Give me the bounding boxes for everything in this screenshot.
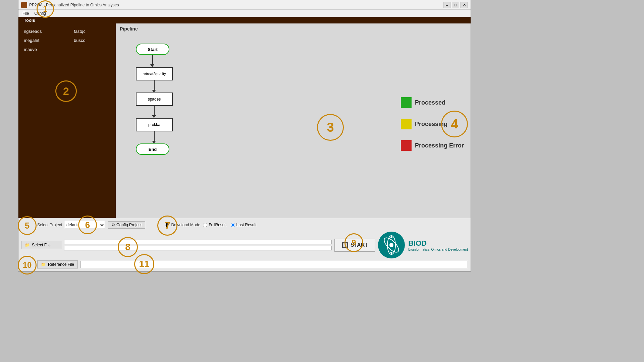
file-inputs-wrap: 8 (64, 240, 332, 250)
node-end[interactable]: End (136, 143, 169, 155)
tool-mauve[interactable]: mauve (24, 47, 60, 52)
svg-point-4 (390, 236, 392, 238)
legend-processed: Processed (401, 97, 464, 108)
arrowhead-3 (152, 115, 156, 118)
select-project-label: Select Project (37, 223, 62, 227)
minimize-button[interactable]: – (443, 2, 450, 8)
window-title: PP2OA - Personalized Pipeline to Omics A… (29, 3, 443, 7)
menubar: File Config (18, 10, 471, 17)
badge-5: 5 (18, 216, 37, 235)
download-wrap: 7 ⬇ Download Mode (164, 221, 200, 229)
biod-logo: BIOD Bioinformatics, Omics and Developme… (378, 232, 468, 258)
node-prokka[interactable]: prokka (136, 118, 173, 131)
titlebar: 1 PP2OA - Personalized Pipeline to Omics… (18, 0, 471, 10)
arrow-3 (154, 106, 155, 115)
file-input-2[interactable] (64, 246, 332, 250)
tools-header: Tools (18, 17, 471, 23)
window-controls: – □ ✕ (443, 2, 468, 8)
start-label: START (351, 242, 368, 248)
legend-processing-error-box (401, 140, 412, 151)
lastresult-option[interactable]: Last Result (231, 223, 257, 227)
tool-megahit[interactable]: megahit (24, 38, 60, 43)
project-select[interactable]: default (65, 221, 105, 229)
config-project-button[interactable]: ⚙ Config Project (108, 221, 145, 229)
sidebar: ngsreads fastqc megahit busco mauve 2 (18, 23, 116, 218)
tool-fastqc[interactable]: fastqc (74, 29, 110, 34)
select-file-button[interactable]: 📁 Select File (21, 241, 61, 249)
badge-10: 10 (18, 256, 37, 274)
arrow-2 (154, 80, 155, 90)
fullresult-option[interactable]: FullResult (203, 223, 226, 227)
reference-file-input[interactable] (80, 261, 468, 268)
legend-processing-box (401, 119, 412, 129)
lastresult-label: Last Result (236, 223, 257, 227)
menu-config[interactable]: Config (32, 10, 49, 16)
legend-processed-box (401, 97, 412, 108)
legend-processing-error: Processing Error (401, 140, 464, 151)
biod-circle (378, 232, 405, 258)
tools-label: Tools (21, 17, 38, 23)
svg-point-3 (389, 243, 393, 247)
biod-svg (380, 233, 403, 257)
badge-3: 3 (317, 114, 344, 141)
reference-file-label: Reference File (48, 262, 74, 267)
biod-title: BIOD (408, 239, 468, 248)
app-icon: 1 (21, 2, 27, 8)
biod-subtitle: Bioinformatics, Omics and Development (408, 248, 468, 251)
config-project-label: Config Project (116, 223, 142, 227)
download-icon: ⬇ (164, 221, 170, 229)
svg-point-5 (390, 252, 392, 254)
pipeline-canvas: Start retreat2quality spades prokka (136, 44, 173, 155)
arrow-4 (154, 131, 155, 141)
pipeline-label: Pipeline (120, 26, 138, 32)
tool-busco[interactable]: busco (74, 38, 110, 43)
badge-4: 4 (441, 111, 468, 137)
folder-ref-icon: 📁 (41, 262, 46, 267)
tools-grid: ngsreads fastqc megahit busco mauve (24, 29, 110, 52)
legend-processing-error-label: Processing Error (415, 142, 464, 149)
main-content: ngsreads fastqc megahit busco mauve 2 Pi… (18, 23, 471, 218)
start-icon: 🔲 (342, 242, 348, 248)
folder-icon: 📁 (25, 243, 30, 247)
lastresult-radio[interactable] (231, 223, 235, 227)
node-spades[interactable]: spades (136, 93, 173, 106)
bottom-row2: 📁 Select File 8 9 🔲 START (21, 232, 468, 258)
file-input-1[interactable] (64, 240, 332, 244)
biod-text-wrap: BIOD Bioinformatics, Omics and Developme… (408, 239, 468, 251)
fullresult-radio[interactable] (203, 223, 207, 227)
fullresult-label: FullResult (209, 223, 226, 227)
start-button[interactable]: 🔲 START (334, 239, 375, 252)
reference-file-button[interactable]: 📁 Reference File (37, 260, 78, 268)
gear-icon: ⚙ (111, 223, 115, 227)
radio-group: FullResult Last Result (203, 223, 256, 227)
badge-2: 2 (55, 80, 77, 102)
node-start[interactable]: Start (136, 44, 169, 55)
start-wrap: 9 🔲 START (334, 239, 375, 252)
tool-ngsreads[interactable]: ngsreads (24, 29, 60, 34)
bottom-section: 5 Select Project default 6 ⚙ Config Proj… (18, 218, 471, 271)
download-mode-label: Download Mode (171, 223, 200, 227)
node-retreat2quality[interactable]: retreat2quality (136, 67, 173, 80)
bottom-row3: 10 📁 Reference File 11 (21, 260, 468, 268)
menu-file[interactable]: File (20, 10, 32, 16)
legend-processed-label: Processed (415, 99, 445, 106)
select-file-label: Select File (32, 243, 51, 247)
arrowhead-1 (150, 64, 154, 67)
maximize-button[interactable]: □ (452, 2, 459, 8)
pipeline-area: Pipeline Start retreat2quality spades (116, 23, 471, 218)
bottom-row1: 5 Select Project default 6 ⚙ Config Proj… (21, 221, 468, 229)
close-button[interactable]: ✕ (461, 2, 468, 8)
ref-input-wrap: 11 (80, 261, 468, 268)
main-window: 1 PP2OA - Personalized Pipeline to Omics… (18, 0, 471, 272)
arrowhead-2 (152, 90, 156, 93)
project-select-wrap: default 6 (65, 221, 105, 229)
arrow-1 (152, 55, 153, 64)
arrowhead-4 (152, 141, 156, 143)
